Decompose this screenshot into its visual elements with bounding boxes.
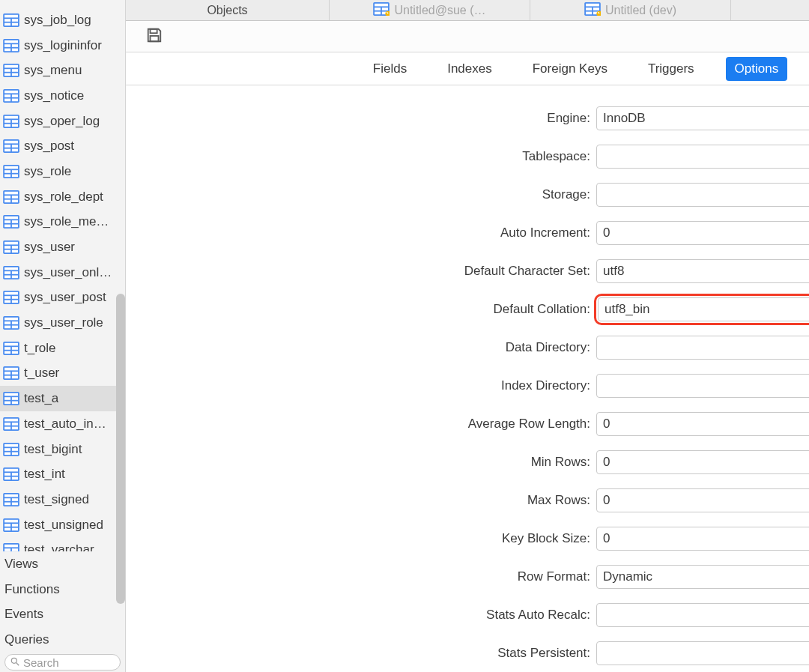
table-item-sys-user-post[interactable]: sys_user_post: [0, 285, 125, 311]
svg-rect-79: [4, 343, 18, 346]
datadir-input[interactable]: [596, 336, 809, 360]
table-item-label: sys_role_dept: [24, 190, 103, 205]
svg-rect-31: [4, 141, 18, 144]
svg-rect-26: [4, 120, 10, 123]
tab-untitled-dev[interactable]: Untitled (dev): [530, 0, 731, 20]
table-item-sys-menu[interactable]: sys_menu: [0, 58, 125, 83]
svg-rect-127: [4, 545, 18, 548]
table-icon: [3, 89, 19, 103]
keyblock-input[interactable]: [596, 527, 809, 551]
subtab-indexes[interactable]: Indexes: [438, 57, 501, 81]
table-item-sys-post[interactable]: sys_post: [0, 133, 125, 159]
tablespace-combo[interactable]: [596, 145, 809, 169]
table-item-sys-user-role[interactable]: sys_user_role: [0, 310, 125, 336]
table-item-sys-logininfor[interactable]: sys_logininfor: [0, 33, 125, 58]
svg-rect-121: [4, 519, 18, 522]
table-icon: [3, 443, 19, 456]
table-item-sys-job-log[interactable]: sys_job_log: [0, 7, 125, 33]
table-item-test-a[interactable]: test_a: [0, 386, 125, 411]
svg-line-133: [16, 662, 19, 665]
svg-rect-111: [12, 473, 18, 476]
svg-rect-63: [12, 271, 18, 274]
tab-overflow[interactable]: [731, 0, 809, 20]
table-editor-icon: [584, 2, 601, 19]
table-item-sys-oper-log[interactable]: sys_oper_log: [0, 109, 125, 134]
table-item-sys-role-dept[interactable]: sys_role_dept: [0, 184, 125, 210]
section-events[interactable]: Events: [0, 602, 125, 628]
table-item-test-varchar[interactable]: test_varchar: [0, 537, 125, 551]
svg-rect-23: [12, 99, 18, 102]
svg-rect-46: [4, 199, 10, 202]
svg-rect-33: [12, 145, 18, 148]
minrows-input[interactable]: [596, 450, 809, 474]
svg-rect-157: [151, 36, 159, 41]
svg-rect-113: [12, 477, 18, 480]
table-item-test-unsigned[interactable]: test_unsigned: [0, 512, 125, 538]
table-item-test-bigint[interactable]: test_bigint: [0, 437, 125, 462]
tab-untitled-sue[interactable]: Untitled@sue (…: [330, 0, 530, 20]
maxrows-input[interactable]: [596, 488, 809, 512]
svg-rect-8: [4, 44, 10, 47]
subtab-foreignkeys[interactable]: Foreign Keys: [524, 57, 616, 81]
engine-combo[interactable]: InnoDB: [596, 106, 809, 130]
table-icon: [3, 518, 19, 532]
svg-rect-19: [4, 91, 18, 94]
avgrow-input[interactable]: [596, 412, 809, 436]
svg-rect-47: [12, 199, 18, 202]
table-item-label: t_user: [24, 366, 59, 381]
subtab-fields[interactable]: Fields: [364, 57, 416, 81]
table-item-sys-user-onl-[interactable]: sys_user_onl…: [0, 260, 125, 285]
svg-rect-35: [12, 149, 18, 152]
svg-rect-75: [12, 321, 18, 324]
autoinc-input[interactable]: [596, 221, 809, 245]
section-functions[interactable]: Functions: [0, 577, 125, 602]
table-item-sys-role-me-[interactable]: sys_role_me…: [0, 210, 125, 235]
keyblock-label: Key Block Size:: [126, 531, 596, 546]
rowformat-combo[interactable]: Dynamic: [596, 565, 809, 589]
subtab-options[interactable]: Options: [726, 57, 788, 81]
search-icon: [10, 656, 20, 669]
svg-rect-103: [4, 444, 18, 447]
svg-rect-45: [12, 196, 18, 199]
table-item-label: sys_role_me…: [24, 214, 109, 229]
table-item-sys-role[interactable]: sys_role: [0, 159, 125, 184]
sidebar-search[interactable]: Search: [4, 654, 121, 671]
svg-rect-109: [4, 469, 18, 472]
svg-rect-16: [4, 73, 10, 76]
collation-combo[interactable]: utf8_bin: [598, 297, 809, 321]
indexdir-label: Index Directory:: [126, 378, 596, 393]
statsrecalc-combo[interactable]: [596, 603, 809, 627]
table-item-t-user[interactable]: t_user: [0, 361, 125, 387]
charset-combo[interactable]: utf8: [596, 259, 809, 283]
svg-rect-97: [4, 419, 18, 422]
svg-rect-4: [4, 22, 10, 25]
section-views[interactable]: Views: [0, 551, 125, 577]
table-item-label: test_signed: [24, 492, 89, 507]
table-item-label: sys_user_post: [24, 290, 106, 305]
svg-rect-87: [12, 372, 18, 375]
storage-combo[interactable]: [596, 183, 809, 207]
statspersist-combo[interactable]: [596, 641, 809, 665]
table-item-test-int[interactable]: test_int: [0, 461, 125, 487]
tab-objects[interactable]: Objects: [126, 0, 330, 20]
svg-rect-112: [4, 477, 10, 480]
subtab-triggers[interactable]: Triggers: [639, 57, 703, 81]
table-item-sys-notice[interactable]: sys_notice: [0, 83, 125, 109]
svg-rect-55: [4, 242, 18, 245]
table-item-test-auto-in-[interactable]: test_auto_in…: [0, 411, 125, 437]
subtabs: Fields Indexes Foreign Keys Triggers Opt…: [126, 52, 809, 85]
indexdir-input[interactable]: [596, 374, 809, 398]
save-icon[interactable]: [145, 27, 163, 46]
svg-rect-100: [4, 426, 10, 429]
svg-rect-135: [375, 3, 388, 6]
table-item-t-role[interactable]: t_role: [0, 336, 125, 361]
svg-rect-138: [375, 11, 381, 14]
svg-rect-106: [4, 452, 10, 455]
table-item-sys-user[interactable]: sys_user: [0, 234, 125, 260]
table-item-test-signed[interactable]: test_signed: [0, 487, 125, 512]
svg-rect-3: [12, 19, 18, 22]
section-queries[interactable]: Queries: [0, 627, 125, 653]
sidebar-scrollbar[interactable]: [116, 294, 125, 604]
svg-rect-62: [4, 271, 10, 274]
collation-highlight: utf8_bin: [594, 294, 809, 325]
